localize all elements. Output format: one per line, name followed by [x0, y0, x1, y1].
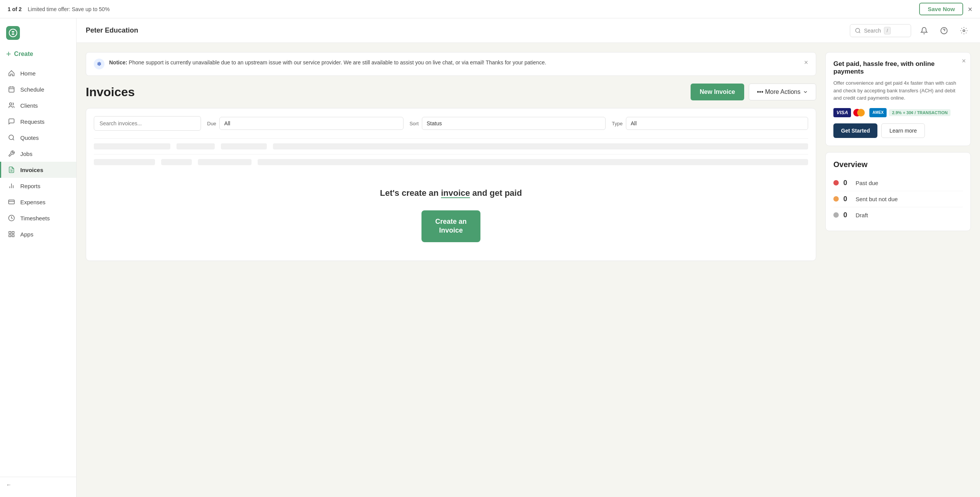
get-started-button[interactable]: Get Started [833, 123, 877, 138]
payment-promo-card: × Get paid, hassle free, with online pay… [825, 52, 971, 146]
invoices-page-header: Invoices New Invoice ••• More Actions [86, 84, 816, 100]
payment-card-close-button[interactable]: × [962, 57, 966, 65]
sidebar-item-apps[interactable]: Apps [0, 226, 76, 242]
sidebar-item-home-label: Home [20, 70, 36, 77]
jobs-icon [7, 149, 16, 158]
app-layout: + Create Home Schedule Clients R [0, 18, 980, 497]
quotes-icon [7, 133, 16, 142]
past-due-label: Past due [856, 180, 878, 186]
app-logo-icon [6, 26, 20, 40]
sidebar-item-expenses[interactable]: Expenses [0, 194, 76, 210]
due-filter-label: Due [207, 121, 216, 126]
skeleton-cell [258, 159, 808, 165]
gear-icon [960, 27, 968, 34]
notice-icon: ❄ [94, 59, 105, 69]
sidebar-item-requests[interactable]: Requests [0, 113, 76, 130]
search-invoices-input[interactable] [94, 116, 201, 131]
skeleton-row-1 [94, 138, 808, 154]
skeleton-table [86, 138, 816, 170]
type-filter-label: Type [612, 121, 622, 126]
mastercard-logo [853, 108, 867, 117]
search-label: Search [864, 28, 881, 34]
snowflake-icon: ❄ [97, 61, 101, 67]
sidebar: + Create Home Schedule Clients R [0, 18, 77, 497]
filter-row: Due All Sort Status Type [86, 108, 816, 138]
sidebar-item-clients[interactable]: Clients [0, 97, 76, 113]
sort-filter-select[interactable]: Status [422, 117, 606, 130]
past-due-count: 0 [843, 179, 851, 187]
notifications-button[interactable] [917, 24, 931, 38]
help-button[interactable] [937, 24, 951, 38]
svg-rect-13 [12, 231, 14, 233]
empty-text-before: Let's create an [380, 188, 441, 198]
promo-text: Limited time offer: Save up to 50% [28, 6, 110, 12]
collapse-sidebar-button[interactable]: ← [6, 482, 11, 488]
close-promo-button[interactable]: × [968, 5, 972, 13]
create-label: Create [14, 51, 33, 57]
skeleton-row-2 [94, 154, 808, 170]
reports-icon [7, 182, 16, 190]
sidebar-item-invoices-label: Invoices [20, 167, 43, 173]
sidebar-item-schedule[interactable]: Schedule [0, 81, 76, 97]
sidebar-item-clients-label: Clients [20, 102, 38, 109]
sidebar-item-reports-label: Reports [20, 183, 41, 189]
sidebar-item-timesheets[interactable]: Timesheets [0, 210, 76, 226]
new-invoice-button[interactable]: New Invoice [691, 84, 744, 100]
past-due-dot [833, 180, 839, 185]
svg-point-16 [856, 28, 860, 33]
company-name: Peter Education [86, 26, 138, 34]
due-filter-select[interactable]: All [219, 117, 403, 130]
sent-not-due-label: Sent but not due [856, 196, 898, 202]
svg-point-2 [10, 103, 12, 105]
svg-rect-15 [12, 235, 14, 237]
draft-label: Draft [856, 212, 868, 218]
svg-rect-9 [9, 200, 15, 204]
save-now-button[interactable]: Save Now [919, 3, 963, 15]
sidebar-item-invoices[interactable]: Invoices [0, 162, 76, 178]
notice-banner: ❄ Notice: Phone support is currently una… [86, 52, 816, 76]
draft-dot [833, 212, 839, 218]
settings-button[interactable] [957, 24, 971, 38]
right-column: × Get paid, hassle free, with online pay… [825, 52, 971, 488]
schedule-icon [7, 85, 16, 93]
sidebar-item-quotes[interactable]: Quotes [0, 130, 76, 146]
svg-point-0 [9, 29, 17, 37]
promo-bar: 1 of 2 Limited time offer: Save up to 50… [0, 0, 980, 18]
sidebar-item-reports[interactable]: Reports [0, 178, 76, 194]
promo-counter: 1 of 2 [8, 6, 22, 12]
search-box[interactable]: Search / [850, 24, 911, 37]
skeleton-cell [221, 143, 267, 149]
sidebar-item-timesheets-label: Timesheets [20, 215, 50, 221]
home-icon [7, 69, 16, 77]
more-actions-label: ••• More Actions [757, 89, 800, 95]
notice-message: Phone support is currently unavailable d… [127, 59, 546, 66]
sidebar-item-requests-label: Requests [20, 118, 44, 125]
create-invoice-line2: Invoice [439, 226, 463, 234]
svg-point-19 [963, 30, 965, 31]
learn-more-button[interactable]: Learn more [881, 123, 925, 138]
type-filter-select[interactable]: All [626, 117, 808, 130]
empty-text-link: invoice [441, 188, 470, 198]
svg-rect-14 [9, 235, 11, 237]
notice-close-button[interactable]: × [804, 59, 808, 67]
due-filter-group: Due All [207, 117, 403, 130]
sidebar-item-expenses-label: Expenses [20, 199, 46, 205]
sidebar-item-jobs[interactable]: Jobs [0, 146, 76, 162]
page-body: ❄ Notice: Phone support is currently una… [77, 43, 980, 497]
svg-point-3 [9, 135, 13, 139]
notice-bold: Notice: [109, 59, 127, 66]
create-button[interactable]: + Create [0, 46, 76, 62]
create-invoice-button[interactable]: Create an Invoice [421, 210, 480, 242]
more-actions-button[interactable]: ••• More Actions [749, 84, 816, 100]
skeleton-cell [198, 159, 252, 165]
empty-state-text: Let's create an invoice and get paid [95, 188, 807, 198]
sent-not-due-dot [833, 196, 839, 202]
card-logos: VISA AMEX 2.9% + 30¢ / TRANSACTION [833, 108, 963, 117]
sent-not-due-count: 0 [843, 195, 851, 203]
amex-logo: AMEX [869, 108, 887, 117]
empty-state: Let's create an invoice and get paid Cre… [86, 170, 816, 261]
overview-card: Overview 0 Past due 0 Sent but not due 0 [825, 152, 971, 231]
help-icon [940, 27, 948, 34]
sidebar-item-schedule-label: Schedule [20, 86, 44, 93]
sidebar-item-home[interactable]: Home [0, 65, 76, 81]
